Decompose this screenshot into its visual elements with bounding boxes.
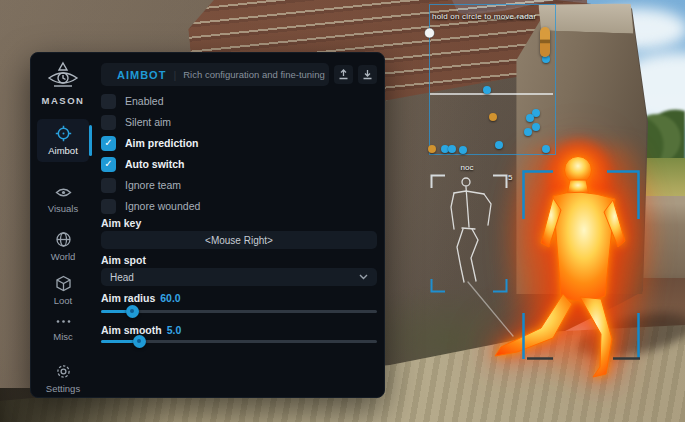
sidebar-item-label: World xyxy=(51,251,76,262)
skeleton-bracket-box xyxy=(432,176,507,292)
crosshair-icon xyxy=(55,125,72,142)
aim-radius-value: 60.0 xyxy=(160,292,180,304)
check-icon: ✓ xyxy=(104,138,112,148)
checkbox-label: Ignore wounded xyxy=(125,200,200,212)
checkbox-ignore-team[interactable]: Ignore team xyxy=(101,177,181,193)
checkbox-box xyxy=(101,178,116,193)
esp-player-distance: 5 xyxy=(508,173,512,182)
sidebar-item-label: Visuals xyxy=(48,203,78,214)
checkbox-label: Ignore team xyxy=(125,179,181,191)
checkbox-silent-aim[interactable]: Silent aim xyxy=(101,114,171,130)
esp-player-name: noc xyxy=(455,163,479,172)
sidebar-item-settings[interactable]: Settings xyxy=(37,357,89,400)
slider-track xyxy=(101,310,377,313)
aim-spot-label: Aim spot xyxy=(101,254,146,266)
sidebar-item-label: Loot xyxy=(54,295,73,306)
brand-label: MASON xyxy=(42,95,85,106)
ellipsis-icon xyxy=(55,315,72,328)
radar-hint-text: hold on circle to move radar xyxy=(432,12,536,21)
download-icon xyxy=(362,69,373,80)
sidebar-item-visuals[interactable]: Visuals xyxy=(37,179,89,220)
checkbox-ignore-wounded[interactable]: Ignore wounded xyxy=(101,198,200,214)
checkbox-box: ✓ xyxy=(101,157,116,172)
aim-radius-label-row: Aim radius 60.0 xyxy=(101,292,181,304)
skeleton-esp xyxy=(451,178,513,336)
divider: | xyxy=(173,69,176,81)
checkbox-auto-switch[interactable]: ✓ Auto switch xyxy=(101,156,185,172)
eye-icon xyxy=(55,185,72,200)
chevron-down-icon xyxy=(359,274,368,280)
slider-handle[interactable] xyxy=(133,335,146,348)
checkbox-label: Silent aim xyxy=(125,116,171,128)
checkbox-box xyxy=(101,199,116,214)
sidebar-item-label: Aimbot xyxy=(48,145,78,156)
checkbox-enabled[interactable]: Enabled xyxy=(101,93,164,109)
checkbox-box xyxy=(101,115,116,130)
aim-radius-slider[interactable] xyxy=(101,304,377,318)
section-title: AIMBOT xyxy=(117,69,166,81)
check-icon: ✓ xyxy=(104,159,112,169)
checkbox-label: Auto switch xyxy=(125,158,185,170)
aim-smooth-slider[interactable] xyxy=(101,334,377,348)
cube-icon xyxy=(55,275,72,292)
sidebar-item-world[interactable]: World xyxy=(37,225,89,268)
checkbox-label: Aim prediction xyxy=(125,137,199,149)
sidebar-item-label: Settings xyxy=(46,383,80,394)
sidebar-item-aimbot[interactable]: Aimbot xyxy=(37,119,89,162)
game-scene: hold on circle to move radar noc 5 MASON… xyxy=(0,0,685,422)
sidebar-item-misc[interactable]: Misc xyxy=(37,309,89,348)
player-bracket-box xyxy=(524,172,641,360)
sidebar-item-loot[interactable]: Loot xyxy=(37,269,89,312)
slider-handle[interactable] xyxy=(126,305,139,318)
export-config-button[interactable] xyxy=(358,65,377,84)
aim-radius-label: Aim radius xyxy=(101,292,155,304)
aim-key-label: Aim key xyxy=(101,217,141,229)
radar-move-handle[interactable] xyxy=(425,28,435,38)
aim-key-bind-button[interactable]: <Mouse Right> xyxy=(101,231,377,249)
section-subtitle: Rich configuration and fine-tuning xyxy=(183,69,325,80)
aim-spot-dropdown[interactable]: Head xyxy=(101,268,377,286)
aim-spot-value: Head xyxy=(110,272,134,283)
checkbox-aim-prediction[interactable]: ✓ Aim prediction xyxy=(101,135,199,151)
radar-frame xyxy=(425,5,556,155)
upload-icon xyxy=(338,69,349,80)
gear-icon xyxy=(55,363,72,380)
checkbox-label: Enabled xyxy=(125,95,164,107)
mason-eye-icon xyxy=(46,61,80,91)
brand: MASON xyxy=(37,61,89,106)
section-header: AIMBOT | Rich configuration and fine-tun… xyxy=(101,63,329,86)
checkbox-box xyxy=(101,94,116,109)
checkbox-box: ✓ xyxy=(101,136,116,151)
globe-icon xyxy=(55,231,72,248)
radar-marker-bar xyxy=(540,27,550,57)
import-config-button[interactable] xyxy=(334,65,353,84)
cheat-menu-window: MASON Aimbot Visuals World Loot xyxy=(30,52,385,398)
sidebar-item-label: Misc xyxy=(53,331,73,342)
